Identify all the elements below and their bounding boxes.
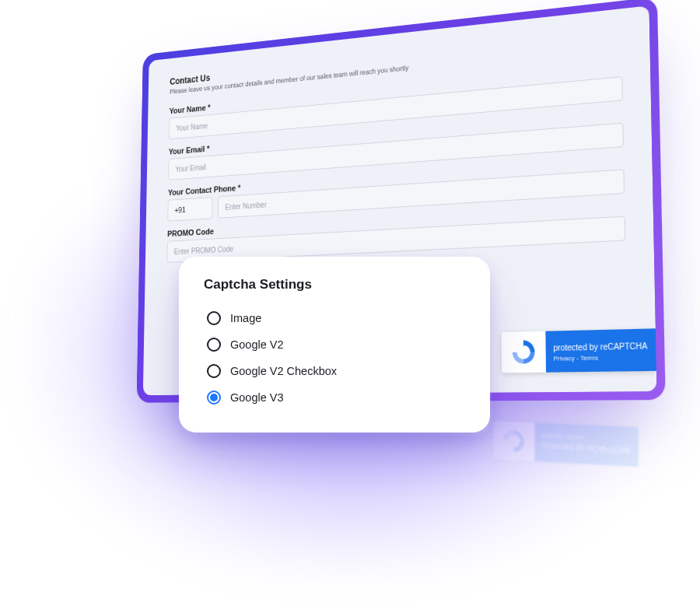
captcha-settings-title: Captcha Settings (204, 277, 465, 292)
recaptcha-badge[interactable]: protected by reCAPTCHA Privacy - Terms (501, 328, 656, 373)
captcha-option-google-v3[interactable]: Google V3 (204, 384, 465, 411)
recaptcha-privacy-link[interactable]: Privacy (554, 354, 575, 362)
captcha-option-google-v2-checkbox[interactable]: Google V2 Checkbox (204, 358, 465, 384)
captcha-option-label: Google V2 (230, 338, 284, 351)
captcha-settings-card: Captcha Settings Image Google V2 Google … (179, 257, 490, 433)
radio-icon (207, 311, 221, 325)
captcha-option-image[interactable]: Image (204, 305, 465, 331)
recaptcha-sep: - (575, 354, 580, 362)
svg-marker-0 (523, 339, 526, 346)
captcha-option-label: Image (230, 312, 261, 324)
captcha-option-label: Google V3 (230, 391, 284, 404)
radio-icon (207, 391, 221, 405)
radio-icon (207, 364, 221, 378)
recaptcha-terms-link[interactable]: Terms (580, 354, 598, 362)
recaptcha-icon (501, 331, 545, 373)
captcha-option-google-v2[interactable]: Google V2 (204, 331, 465, 358)
captcha-option-label: Google V2 Checkbox (230, 365, 337, 377)
recaptcha-title: protected by reCAPTCHA (553, 341, 647, 352)
phone-country-code-input[interactable] (167, 197, 212, 222)
radio-icon (207, 338, 221, 352)
